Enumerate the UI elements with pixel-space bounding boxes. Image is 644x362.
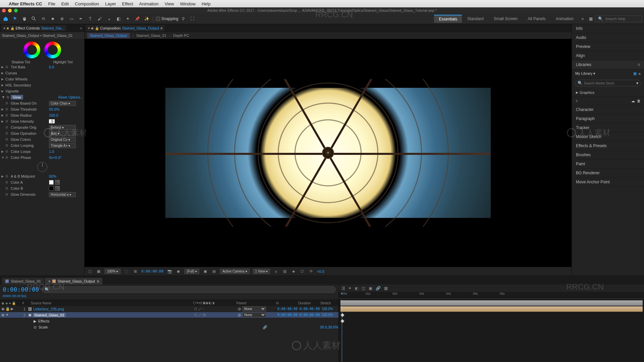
motion-blur-icon[interactable]: ◐ [355, 286, 358, 291]
glow-threshold-value[interactable]: 50.0% [49, 107, 59, 111]
maximize-window-button[interactable] [14, 9, 18, 12]
zoom-tool-icon[interactable] [30, 15, 38, 22]
panel-paint[interactable]: Paint [572, 160, 644, 169]
glow-effect-header[interactable]: ▼ fx Glow Reset Options... [0, 94, 84, 100]
panel-menu-icon[interactable]: ≡ [638, 62, 640, 67]
roi-icon[interactable]: ⬚ [124, 269, 129, 274]
timeline-tracks[interactable] [339, 300, 644, 362]
layer-name[interactable]: Stained_Glass_01 [33, 313, 66, 317]
timeline-search[interactable]: 🔍 [42, 286, 336, 293]
close-window-button[interactable] [2, 9, 6, 12]
timeline-tab-1[interactable]: ×Stained_Glass_Output≡ [45, 278, 103, 285]
pixel-aspect-icon[interactable]: ▥ [282, 269, 287, 274]
resolution-select[interactable]: (Full) ▾ [184, 269, 200, 274]
reset-button[interactable]: Reset [58, 96, 67, 99]
color-wheels-label[interactable]: Color Wheels [5, 77, 42, 81]
color-a-picker[interactable] [55, 180, 60, 185]
tint-bala-value[interactable]: 0.0 [49, 65, 54, 69]
guides-icon[interactable]: ⊞ [132, 269, 138, 274]
workspace-small-screen[interactable]: Small Screen [489, 15, 522, 22]
timeline-tab-0[interactable]: Stained_Glass_01 [2, 278, 44, 285]
trash-icon[interactable]: 🗑 [637, 99, 641, 103]
eye-icon[interactable]: ◉ [1, 307, 5, 311]
menu-edit[interactable]: Edit [61, 1, 69, 6]
panel-align[interactable]: Align [572, 51, 644, 60]
graph-editor-icon[interactable]: ◫ [362, 286, 365, 291]
bounds-icon[interactable]: ▣ [369, 286, 372, 291]
current-time[interactable]: 0:00:00:00 [141, 269, 163, 274]
wand-tool-icon[interactable]: ✨ [143, 15, 150, 22]
track-bar-2[interactable] [340, 306, 643, 312]
panel-info[interactable]: Info [572, 24, 644, 33]
glow-intensity-value[interactable]: .5 [49, 119, 55, 123]
pickwhip-icon[interactable]: ◎ [238, 313, 241, 317]
graphics-section[interactable]: ▶Graphics [572, 88, 644, 97]
pan-behind-tool-icon[interactable]: ⊕ [58, 15, 66, 22]
timeline-icon[interactable]: ▤ [211, 269, 217, 274]
tab-menu-icon[interactable]: ≡ [160, 26, 162, 30]
eraser-tool-icon[interactable]: ◧ [115, 15, 122, 22]
home-icon[interactable] [2, 15, 9, 22]
hsl-secondary-label[interactable]: HSL Secondary [5, 83, 42, 87]
menu-help[interactable]: Help [202, 1, 211, 6]
panel-audio[interactable]: Audio [572, 33, 644, 42]
duration[interactable]: 0:00:06:00 [300, 313, 322, 317]
clone-tool-icon[interactable]: ⟁ [105, 15, 113, 22]
workspace-all-panels[interactable]: All Panels [523, 15, 550, 22]
lock-icon[interactable]: 🔒 [95, 26, 99, 30]
panel-libraries[interactable]: Libraries ≡ [572, 60, 644, 69]
brush-tool-icon[interactable]: 🖌 [96, 15, 103, 22]
fast-preview-icon[interactable]: ▣ [203, 269, 208, 274]
in-time[interactable]: 0:00:00:00 [277, 313, 300, 317]
layer-row-1[interactable]: ◉ 🔒 ▶ 1 🖼Letterbox_235.png ⬡ ／ ▫ ◎None 0… [0, 306, 338, 312]
pickwhip-icon[interactable]: ◎ [238, 307, 241, 311]
views-select[interactable]: 1 View ▾ [253, 269, 270, 274]
crumb-stained01[interactable]: Stained_Glass_01 [136, 34, 166, 38]
grid-view-icon[interactable]: ▦ [633, 71, 637, 76]
effect-controls-tab[interactable]: × ■ 🔒 Effect Controls Stained_Gla... [1, 25, 66, 31]
stretch[interactable]: 100.0% [322, 307, 338, 311]
layer-name[interactable]: Letterbox_235.png [33, 307, 64, 311]
phase-dial[interactable] [37, 162, 47, 172]
stock-search-input[interactable] [584, 81, 635, 85]
parent-select[interactable]: None [243, 312, 266, 317]
minimize-window-button[interactable] [8, 9, 12, 12]
curves-label[interactable]: Curves [5, 71, 42, 75]
glow-operation-dropdown[interactable]: Add ▾ [49, 131, 76, 136]
type-tool-icon[interactable]: T [87, 15, 94, 22]
panel-character[interactable]: Character [572, 105, 644, 114]
shadow-tint-wheel[interactable] [23, 42, 40, 58]
camera-select[interactable]: Active Camera ▾ [220, 269, 249, 274]
snap-edges-icon[interactable]: ⛶ [189, 15, 196, 22]
workspace-overflow-icon[interactable]: » [579, 15, 586, 22]
panel-bg-renderer[interactable]: BG Renderer [572, 169, 644, 178]
fx-icon[interactable]: fx [7, 96, 9, 99]
eye-icon[interactable]: ◉ [1, 313, 5, 317]
flowchart-icon[interactable]: ⬡ [300, 269, 305, 274]
in-time[interactable]: 0:00:00:00 [277, 307, 300, 311]
duration[interactable]: 0:00:06:00 [300, 307, 322, 311]
app-name[interactable]: After Effects CC [9, 1, 42, 6]
menu-composition[interactable]: Composition [75, 1, 99, 6]
panel-paragraph[interactable]: Paragraph [572, 114, 644, 123]
menu-view[interactable]: View [165, 1, 174, 6]
panel-move-anchor[interactable]: Move Anchor Point [572, 178, 644, 187]
channel-icon[interactable]: ◉ [176, 269, 181, 274]
stock-search[interactable]: 🔍 ▾ [575, 80, 641, 86]
rotation-tool-icon[interactable]: ⟲ [40, 15, 47, 22]
crumb-output[interactable]: Stained_Glass_Output [87, 33, 130, 38]
scale-value[interactable]: 38.0,38.0% [320, 325, 338, 329]
pen-tool-icon[interactable]: ✒ [77, 15, 85, 22]
glow-phase-value[interactable]: 0x+0.0° [49, 156, 62, 160]
snapshot-icon[interactable]: 📷 [167, 269, 172, 274]
workspace-animation[interactable]: Animation [551, 15, 578, 22]
scale-property[interactable]: ⊙ Scale 🔗 38.0,38.0% [0, 324, 338, 330]
effects-sublayer[interactable]: ▶Effects [0, 318, 338, 324]
glow-loops-value[interactable]: 1.0 [49, 149, 54, 154]
exposure-value[interactable]: +0.0 [317, 269, 324, 274]
glow-composite-dropdown[interactable]: Behind ▾ [49, 125, 76, 130]
viewer[interactable] [85, 39, 572, 267]
menu-layer[interactable]: Layer [105, 1, 116, 6]
stretch[interactable]: 100.0% [322, 313, 338, 317]
search-help[interactable]: 🔍 [595, 15, 642, 22]
